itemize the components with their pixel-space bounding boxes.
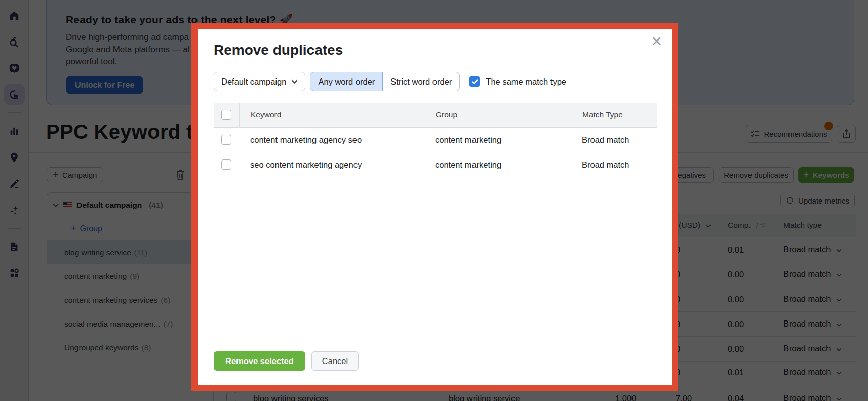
row-checkbox[interactable]: [221, 159, 231, 170]
ppc-keyword-tool-screen: Ready to take your ads to the next level…: [0, 0, 868, 401]
match-type-cell: Broad match: [571, 128, 657, 152]
remove-selected-button[interactable]: Remove selected: [214, 351, 305, 371]
keyword-cell: seo content marketing agency: [239, 152, 424, 177]
strict-word-order-option[interactable]: Strict word order: [383, 72, 460, 91]
match-type-column-header: Match Type: [571, 103, 657, 127]
keyword-cell: content marketing agency seo: [239, 128, 424, 152]
select-all-checkbox[interactable]: [221, 110, 231, 120]
same-match-type-control: The same match type: [469, 76, 566, 87]
row-checkbox[interactable]: [221, 135, 231, 145]
duplicates-table-header: Keyword Group Match Type: [214, 103, 657, 128]
word-order-toggle: Any word order Strict word order: [310, 72, 460, 91]
same-match-type-label: The same match type: [486, 77, 566, 87]
group-cell: content marketing: [424, 152, 571, 177]
remove-duplicates-modal: ✕ Remove duplicates Default campaign Any…: [191, 23, 678, 391]
duplicate-row: seo content marketing agency content mar…: [214, 152, 657, 177]
chevron-down-icon: [291, 79, 298, 84]
cancel-button[interactable]: Cancel: [311, 351, 359, 371]
group-cell: content marketing: [424, 128, 571, 152]
campaign-select[interactable]: Default campaign: [214, 72, 305, 91]
duplicates-table: Keyword Group Match Type content marketi…: [214, 103, 657, 177]
same-match-type-checkbox[interactable]: [469, 76, 480, 87]
any-word-order-option[interactable]: Any word order: [310, 72, 383, 91]
keyword-column-header: Keyword: [239, 103, 424, 127]
modal-title: Remove duplicates: [214, 42, 672, 58]
match-type-cell: Broad match: [571, 152, 657, 177]
group-column-header: Group: [424, 103, 571, 127]
check-icon: [471, 79, 478, 84]
duplicate-row: content marketing agency seo content mar…: [214, 128, 657, 152]
